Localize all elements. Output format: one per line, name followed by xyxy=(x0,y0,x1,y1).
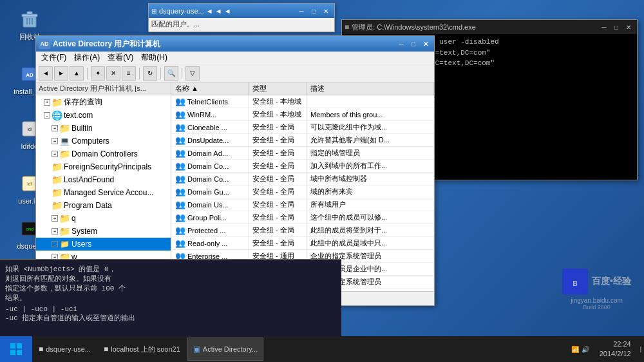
cmd-minimize-btn[interactable]: ─ xyxy=(598,22,610,32)
row-cell-type: 安全组 - 全局 xyxy=(249,173,307,185)
toolbar-filter-btn[interactable]: ▽ xyxy=(185,66,200,81)
toolbar-up-btn[interactable]: ▲ xyxy=(70,66,84,81)
table-row[interactable]: 👥Group Poli... 安全组 - 全局 这个组中的成员可以修... xyxy=(171,211,434,224)
taskbar-tray: 📶 🔊 xyxy=(567,346,593,353)
tree-item-laf[interactable]: 📁 LostAndFound xyxy=(36,173,171,186)
row-cell-name: 👥Read-only ... xyxy=(171,237,249,249)
toolbar-props-btn[interactable]: ≡ xyxy=(122,66,136,81)
table-row[interactable]: 👥Domain Ad... 安全组 - 全局 指定的域管理员 xyxy=(171,147,434,160)
toolbar-search-btn[interactable]: 🔍 xyxy=(164,66,178,81)
console-line-3: 指定这个参数，默认只显示前 100 个 xyxy=(5,283,336,293)
expand-saved-queries[interactable]: + xyxy=(44,99,50,106)
col-header-name[interactable]: 名称 ▲ xyxy=(171,82,249,95)
tree-label-dc: Domain Controllers xyxy=(71,149,138,158)
tree-item-builtin[interactable]: + 📁 Builtin xyxy=(36,122,171,135)
expand-textcom[interactable]: - xyxy=(44,112,50,119)
console-line-6: -uc 指定来自管道的输入或至管道的输出 xyxy=(5,313,336,323)
taskbar-item-dsquery[interactable]: ■ dsquery-use... xyxy=(33,338,97,361)
expand-computers[interactable]: + xyxy=(52,138,58,144)
expand-builtin[interactable]: + xyxy=(52,125,58,131)
cmd-titlebar[interactable]: ■ 管理员: C:\Windows\system32\cmd.exe ─ □ ✕ xyxy=(342,20,637,34)
table-row[interactable]: 👥Cloneable ... 安全组 - 全局 可以克隆此组中作为域... xyxy=(171,121,434,134)
row-cell-name: 👥Domain Ad... xyxy=(171,147,249,159)
table-row[interactable]: 👥WinRM... 安全组 - 本地域 Members of this grou… xyxy=(171,108,434,121)
ad-menu-action[interactable]: 操作(A) xyxy=(70,51,104,64)
tree-label-users: Users xyxy=(71,240,91,249)
expand-users[interactable]: - xyxy=(52,241,58,247)
toolbar-delete-btn[interactable]: ✕ xyxy=(106,66,120,81)
ad-list-header: 名称 ▲ 类型 描述 xyxy=(171,82,434,95)
folder-icon-users: 📁 xyxy=(59,239,70,249)
desktop: 回收站 AD install_AD ldi ldifde ldf user.ld… xyxy=(0,0,644,362)
table-row[interactable]: 👥Protected ... 安全组 - 全局 此组的成员将受到对于... xyxy=(171,224,434,237)
tree-item-users[interactable]: - 📁 Users xyxy=(36,238,171,251)
dsquery-popup-content: 匹配的用户。... xyxy=(149,18,334,30)
ad-minimize-btn[interactable]: ─ xyxy=(395,39,407,49)
row-cell-name: 👥WinRM... xyxy=(171,108,249,120)
row-cell-desc: 所有域用户 xyxy=(307,198,434,211)
taskbar-dsquery-label: dsquery-use... xyxy=(46,345,91,353)
tree-label-computers: Computers xyxy=(71,137,109,146)
taskbar-dsquery-icon: ■ xyxy=(39,345,43,354)
tree-item-computers[interactable]: + 💻 Computers xyxy=(36,135,171,148)
tree-item-textcom[interactable]: - 🌐 text.com xyxy=(36,109,171,122)
col-header-desc[interactable]: 描述 xyxy=(307,82,434,95)
ad-menu-view[interactable]: 查看(V) xyxy=(104,51,137,64)
toolbar-back-btn[interactable]: ◄ xyxy=(39,66,53,81)
table-row[interactable]: 👥Domain Co... 安全组 - 全局 域中所有域控制器 xyxy=(171,173,434,186)
toolbar-new-btn[interactable]: ✦ xyxy=(91,66,105,81)
clock-date: 2014/2/12 xyxy=(600,349,631,359)
folder-icon-computers: 💻 xyxy=(59,136,70,146)
svg-rect-23 xyxy=(10,343,15,348)
ad-menu-file[interactable]: 文件(F) xyxy=(37,51,70,64)
tree-label-saved-queries: 保存的查询 xyxy=(64,97,102,108)
table-row[interactable]: 👥Domain Us... 安全组 - 全局 所有域用户 xyxy=(171,198,434,211)
svg-rect-25 xyxy=(10,350,15,355)
expand-system[interactable]: + xyxy=(52,228,58,234)
taskbar-localhost-label: localhost 上的 soon21 xyxy=(111,345,180,354)
cmd-title: 管理员: C:\Windows\system32\cmd.exe xyxy=(352,23,598,32)
expand-dc[interactable]: + xyxy=(52,151,58,157)
ad-titlebar[interactable]: AD Active Directory 用户和计算机 ─ □ ✕ xyxy=(36,36,434,52)
tree-item-fsp[interactable]: 📁 ForeignSecurityPrincipals xyxy=(36,160,171,173)
table-row[interactable]: 👥Domain Co... 安全组 - 全局 加入到域中的所有工作... xyxy=(171,160,434,173)
row-cell-name: 👥TelnetClients xyxy=(171,95,249,108)
dsquery-popup-titlebar[interactable]: ⊞ dsquery-use... ◄ ◄ ◄ ─ □ ✕ xyxy=(149,4,334,18)
dsquery-minimize-btn[interactable]: ─ xyxy=(296,6,307,16)
col-header-type[interactable]: 类型 xyxy=(249,82,307,95)
tree-item-saved-queries[interactable]: + 📁 保存的查询 xyxy=(36,95,171,109)
tree-label-laf: LostAndFound xyxy=(64,175,114,184)
row-cell-type: 安全组 - 全局 xyxy=(249,198,307,211)
ad-restore-btn[interactable]: □ xyxy=(408,39,419,49)
tree-item-programdata[interactable]: 📁 Program Data xyxy=(36,199,171,212)
start-button[interactable] xyxy=(0,336,32,362)
tree-item-msa[interactable]: 📁 Managed Service Accou... xyxy=(36,186,171,199)
cmd-maximize-btn[interactable]: □ xyxy=(611,22,622,32)
dsquery-close-btn[interactable]: ✕ xyxy=(320,6,332,16)
taskbar-show-desktop[interactable]: | xyxy=(638,346,644,352)
row-cell-desc: 加入到域中的所有工作... xyxy=(307,160,434,172)
taskbar-ad-icon: ▣ xyxy=(193,345,200,354)
table-row[interactable]: 👥TelnetClients 安全组 - 本地域 xyxy=(171,95,434,108)
row-cell-type: 安全组 - 全局 xyxy=(249,224,307,236)
row-cell-name: 👥Group Poli... xyxy=(171,211,249,224)
cmd-close-btn[interactable]: ✕ xyxy=(623,22,634,32)
tree-item-q[interactable]: + 📁 q xyxy=(36,212,171,225)
expand-q[interactable]: + xyxy=(52,215,58,222)
taskbar-clock[interactable]: 22:24 2014/2/12 xyxy=(593,339,638,359)
table-row[interactable]: 👥Read-only ... 安全组 - 全局 此组中的成员是域中只... xyxy=(171,237,434,250)
tree-item-system[interactable]: + 📁 System xyxy=(36,225,171,238)
tree-item-dc[interactable]: + 📁 Domain Controllers xyxy=(36,148,171,160)
toolbar-forward-btn[interactable]: ► xyxy=(54,66,68,81)
taskbar-item-ad[interactable]: ▣ Active Directory... xyxy=(187,338,263,361)
table-row[interactable]: 👥Domain Gu... 安全组 - 全局 域的所有来宾 xyxy=(171,186,434,198)
toolbar-refresh-btn[interactable]: ↻ xyxy=(143,66,157,81)
dsquery-maximize-btn[interactable]: □ xyxy=(308,6,319,16)
svg-text:B: B xyxy=(573,280,577,287)
ad-close-btn[interactable]: ✕ xyxy=(420,39,431,49)
baidu-watermark: B 百度•经验 jingyan.baidu.com Build 9600 xyxy=(562,269,631,310)
ad-menu-help[interactable]: 帮助(H) xyxy=(137,51,171,64)
taskbar-item-localhost[interactable]: ■ localhost 上的 soon21 xyxy=(98,338,186,361)
folder-icon-dc: 📁 xyxy=(59,149,70,159)
table-row[interactable]: 👥DnsUpdate... 安全组 - 全局 允许替其他客户端(如 D... xyxy=(171,134,434,147)
